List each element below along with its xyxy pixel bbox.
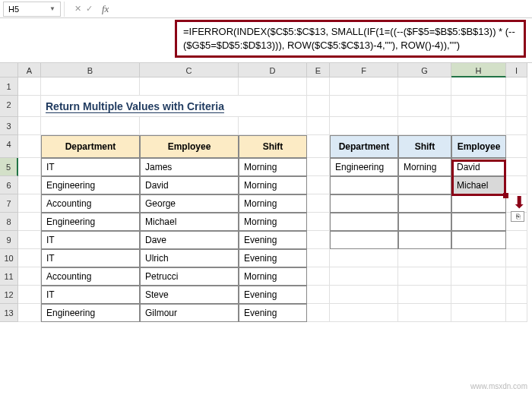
cancel-icon[interactable]: ✕ [74,4,81,14]
table-row[interactable]: Morning [398,158,451,176]
table-row[interactable]: Michael [140,213,239,231]
table-row[interactable]: Engineering [41,304,140,322]
name-box[interactable]: H5 ▼ [3,2,61,17]
row-header-7[interactable]: 7 [0,194,18,213]
select-all-corner[interactable] [0,63,18,77]
table-row[interactable]: Petrucci [140,267,239,286]
table-row[interactable]: IT [41,231,140,249]
table-row[interactable]: Morning [239,158,307,176]
table-row[interactable]: Engineering [41,213,140,231]
cell-A2[interactable] [18,96,41,117]
arrow-down-icon: ⬇ [512,193,526,213]
result-cell-H5[interactable]: David [451,158,506,176]
table-row[interactable] [330,213,398,231]
cell-H2[interactable] [451,96,506,117]
table-row[interactable]: Evening [239,249,307,267]
table-row[interactable]: Engineering [330,158,398,176]
cell-F2[interactable] [330,96,398,117]
cell-I2[interactable] [506,96,527,117]
table-row[interactable]: Accounting [41,267,140,286]
table-row[interactable]: David [140,176,239,194]
t2-head-emp[interactable]: Employee [451,135,506,158]
cell-D1[interactable] [239,77,307,96]
autofill-options-button[interactable]: ⎘ [511,211,524,222]
t1-head-dept[interactable]: Department [41,135,140,158]
autofill-icon: ⎘ [516,213,520,220]
table-row[interactable]: Engineering [41,176,140,194]
cell-G2[interactable] [398,96,451,117]
table-row[interactable] [398,194,451,213]
col-header-E[interactable]: E [307,63,330,77]
row-header-11[interactable]: 11 [0,267,18,286]
col-header-C[interactable]: C [140,63,239,77]
fill-handle[interactable] [503,193,508,198]
table-row[interactable]: Accounting [41,194,140,213]
table-row[interactable]: James [140,158,239,176]
table-row[interactable]: Morning [239,213,307,231]
row-header-1[interactable]: 1 [0,77,18,96]
table-row[interactable]: IT [41,286,140,304]
cell-B1[interactable] [41,77,140,96]
table-row[interactable] [398,213,451,231]
table-row[interactable]: Steve [140,286,239,304]
t1-head-shift[interactable]: Shift [239,135,307,158]
table-row[interactable]: IT [41,249,140,267]
table-row[interactable]: Morning [239,176,307,194]
table-row[interactable]: Gilmour [140,304,239,322]
table-row[interactable] [451,231,506,249]
formula-bar-buttons: ✕ ✓ fx [74,3,113,15]
table-row[interactable]: Evening [239,231,307,249]
cell-E1[interactable] [307,77,330,96]
row-header-4[interactable]: 4 [0,135,18,158]
formula-bar-input[interactable]: =IFERROR(INDEX($C$5:$C$13, SMALL(IF(1=((… [175,20,526,58]
cell-E2[interactable] [307,96,330,117]
enter-icon[interactable]: ✓ [86,4,93,14]
row-header-8[interactable]: 8 [0,213,18,231]
table-row[interactable] [451,194,506,213]
col-header-F[interactable]: F [330,63,398,77]
table-row[interactable] [398,176,451,194]
spreadsheet-grid: A B C D E F G H I 1 2 Return Multiple Va… [0,62,532,322]
table-row[interactable] [398,231,451,249]
table-row[interactable] [330,176,398,194]
col-header-G[interactable]: G [398,63,451,77]
table-row[interactable]: Ulrich [140,249,239,267]
table-row[interactable]: Dave [140,231,239,249]
table-row[interactable]: Evening [239,286,307,304]
col-header-A[interactable]: A [18,63,41,77]
table-row[interactable]: Morning [239,194,307,213]
col-header-H[interactable]: H [451,63,506,77]
col-header-B[interactable]: B [41,63,140,77]
t2-head-dept[interactable]: Department [330,135,398,158]
table-row[interactable] [451,213,506,231]
cell-G1[interactable] [398,77,451,96]
chevron-down-icon[interactable]: ▼ [49,5,55,12]
table-row[interactable]: Evening [239,304,307,322]
col-header-D[interactable]: D [239,63,307,77]
row-header-9[interactable]: 9 [0,231,18,249]
row-header-6[interactable]: 6 [0,176,18,194]
row-header-2[interactable]: 2 [0,96,18,117]
t2-head-shift[interactable]: Shift [398,135,451,158]
row-header-10[interactable]: 10 [0,249,18,267]
col-header-I[interactable]: I [506,63,527,77]
cell-A1[interactable] [18,77,41,96]
table-row[interactable] [330,231,398,249]
row-header-5[interactable]: 5 [0,158,18,176]
cell-C1[interactable] [140,77,239,96]
fx-icon[interactable]: fx [102,3,109,15]
table-row[interactable] [330,194,398,213]
cell-F1[interactable] [330,77,398,96]
table-row[interactable]: IT [41,158,140,176]
formula-bar-row: H5 ▼ ✕ ✓ fx [0,0,532,18]
row-header-3[interactable]: 3 [0,117,18,135]
cell-I1[interactable] [506,77,527,96]
t1-head-emp[interactable]: Employee [140,135,239,158]
row-header-12[interactable]: 12 [0,286,18,304]
grid-rows: 1 2 Return Multiple Values with Criteria… [0,77,532,322]
table-row[interactable]: Morning [239,267,307,286]
row-header-13[interactable]: 13 [0,304,18,322]
cell-H1[interactable] [451,77,506,96]
table-row[interactable]: George [140,194,239,213]
result-cell-H6[interactable]: Michael [451,176,506,194]
